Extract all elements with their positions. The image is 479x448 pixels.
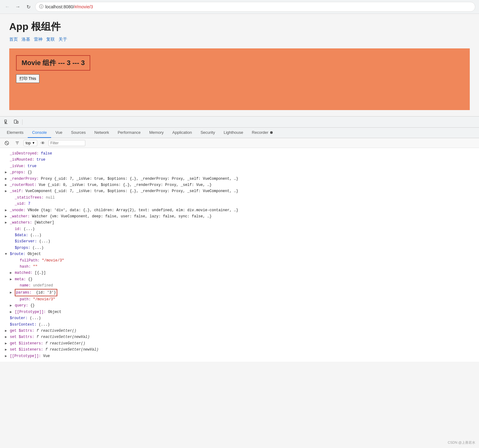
list-item: $ssrContext: (...): [5, 322, 474, 328]
expand-arrow[interactable]: [10, 277, 14, 282]
tab-vue[interactable]: Vue: [51, 128, 67, 138]
prop-value: undefined: [33, 282, 53, 289]
prop-value: [Watcher]: [34, 220, 54, 226]
app-title: App 根组件: [9, 20, 470, 34]
expand-arrow[interactable]: [5, 176, 9, 182]
list-item: $isServer: (...): [5, 238, 474, 245]
prop-key: set $attrs:: [10, 334, 36, 340]
inspect-element-button[interactable]: [2, 118, 11, 126]
expand-arrow[interactable]: [10, 303, 14, 309]
filter-button[interactable]: [13, 139, 22, 147]
tab-lighthouse[interactable]: Lighthouse: [219, 128, 248, 138]
expand-arrow[interactable]: [5, 353, 9, 359]
list-item: set $listeners: f reactiveSetter(newVal): [5, 347, 474, 353]
prop-key: fullPath:: [20, 257, 42, 264]
expand-arrow[interactable]: [5, 220, 9, 226]
list-item: _self: VueComponent {_uid: 7, _isVue: tr…: [5, 188, 474, 194]
tab-console[interactable]: Console: [28, 128, 51, 138]
prop-value: VueComponent {_uid: 7, _isVue: true, $op…: [25, 188, 238, 194]
expand-arrow[interactable]: [5, 170, 9, 175]
prop-value: null: [46, 195, 55, 201]
prop-key: _isDestroyed:: [10, 150, 41, 157]
expand-arrow[interactable]: [5, 208, 9, 213]
prop-value: (...): [39, 238, 50, 245]
back-button[interactable]: ←: [4, 3, 11, 10]
list-item: [[Prototype]]: Object: [5, 309, 474, 315]
tab-memory[interactable]: Memory: [145, 128, 168, 138]
nav-link-thor[interactable]: 雷神: [34, 37, 43, 42]
browser-toolbar: ← → ↻ ⓘ localhost:8080/#/movie/3: [0, 0, 479, 14]
console-context[interactable]: top ▼: [23, 140, 37, 146]
expand-arrow[interactable]: [5, 347, 9, 353]
filter-input[interactable]: [48, 140, 85, 146]
prop-value: "/movie/3": [42, 257, 64, 264]
list-item: _isDestroyed: false: [5, 150, 474, 157]
prop-value: Object: [48, 309, 61, 315]
movie-container: Movie 组件 --- 3 --- 3 打印 This: [9, 48, 470, 110]
expand-arrow[interactable]: [5, 214, 9, 220]
print-button[interactable]: 打印 This: [16, 74, 39, 83]
expand-arrow[interactable]: [5, 188, 9, 194]
clear-console-button[interactable]: [2, 139, 11, 147]
prop-key: $ssrContext:: [10, 322, 39, 328]
list-item: meta: {}: [5, 276, 474, 282]
list-item: $data: (...): [5, 232, 474, 238]
address-bar[interactable]: ⓘ localhost:8080/#/movie/3: [35, 2, 475, 12]
address-hash: #/movie/3: [74, 4, 93, 9]
prop-value: VNode {tag: 'div', data: {…}, children: …: [28, 207, 238, 213]
forward-button[interactable]: →: [14, 3, 22, 10]
prop-value: [{…}]: [35, 270, 46, 276]
tab-performance[interactable]: Performance: [113, 128, 145, 138]
prop-value: true: [36, 157, 45, 163]
devtools-topbar: [0, 117, 479, 128]
prop-value: f reactiveGetter(): [36, 328, 76, 334]
tab-recorder[interactable]: Recorder ⏺: [248, 128, 278, 138]
prop-value: Object: [28, 251, 41, 257]
list-item: _isVue: true: [5, 163, 474, 169]
list-item: params: {id: '3'}: [5, 289, 474, 296]
prop-key: _isVue:: [10, 163, 28, 169]
prop-value: (...): [30, 232, 41, 238]
prop-value: {id: '3'}: [36, 290, 56, 295]
prop-value: "": [33, 264, 37, 270]
list-item: [[Prototype]]: Vue: [5, 353, 474, 359]
nav-link-about[interactable]: 关于: [59, 37, 67, 42]
list-item: _watchers: [Watcher]: [5, 220, 474, 226]
nav-link-avengers[interactable]: 复联: [46, 37, 55, 42]
tab-sources[interactable]: Sources: [67, 128, 90, 138]
prop-value: {}: [28, 169, 32, 175]
svg-rect-5: [17, 121, 18, 123]
list-item: get $attrs: f reactiveGetter(): [5, 328, 474, 334]
prop-key: hash:: [20, 264, 33, 270]
prop-key: matched:: [15, 270, 35, 276]
expand-arrow[interactable]: [10, 290, 14, 296]
nav-links: 首页 洛基 雷神 复联 关于: [9, 37, 470, 42]
svg-rect-4: [14, 120, 17, 123]
expand-arrow[interactable]: [5, 251, 9, 257]
prop-value: (...): [39, 322, 50, 328]
list-item: set $attrs: f reactiveSetter(newVal): [5, 334, 474, 340]
eye-button[interactable]: 👁: [39, 139, 47, 147]
device-toolbar-button[interactable]: [12, 118, 20, 126]
nav-link-home[interactable]: 首页: [9, 37, 18, 42]
address-icon: ⓘ: [39, 4, 43, 10]
reload-button[interactable]: ↻: [25, 3, 32, 10]
nav-link-loki[interactable]: 洛基: [22, 37, 30, 42]
tab-elements[interactable]: Elements: [2, 128, 28, 138]
expand-arrow[interactable]: [10, 309, 14, 315]
expand-arrow[interactable]: [5, 341, 9, 347]
list-item: $router: (...): [5, 315, 474, 321]
list-item: id: (...): [5, 226, 474, 232]
tab-application[interactable]: Application: [168, 128, 196, 138]
expand-arrow[interactable]: [10, 270, 14, 276]
expand-arrow[interactable]: [5, 334, 9, 340]
expand-arrow[interactable]: [5, 328, 9, 334]
prop-value: {}: [28, 276, 32, 282]
list-item: $props: (...): [5, 245, 474, 251]
expand-arrow[interactable]: [5, 182, 9, 188]
list-item: _vnode: VNode {tag: 'div', data: {…}, ch…: [5, 207, 474, 213]
tab-security[interactable]: Security: [196, 128, 219, 138]
tab-network[interactable]: Network: [90, 128, 113, 138]
list-item: query: {}: [5, 302, 474, 309]
prop-key: [[Prototype]]:: [10, 353, 43, 359]
